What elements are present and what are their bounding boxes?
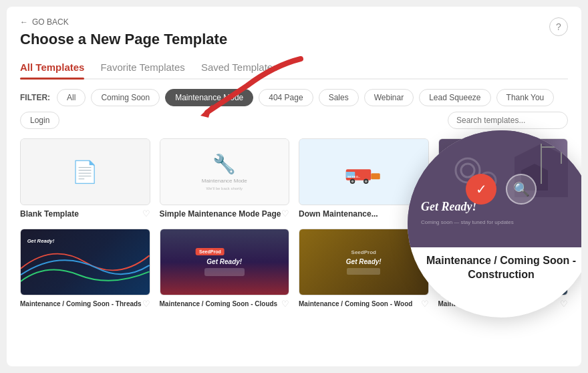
- favorite-icon-partial4[interactable]: ♡: [560, 299, 568, 309]
- svg-point-4: [351, 180, 354, 182]
- template-name-row-threads: Maintenance / Coming Soon - Threads ♡: [20, 299, 150, 309]
- maintenance-thumb-text: Maintenance Mode: [202, 178, 247, 184]
- template-thumb-threads: Get Ready!: [20, 229, 150, 295]
- filter-coming-soon[interactable]: Coming Soon: [91, 89, 160, 106]
- wood-seedprod: SeedProd: [351, 249, 376, 255]
- filter-maintenance-mode[interactable]: Maintenance Mode: [165, 89, 253, 106]
- template-name-threads: Maintenance / Coming Soon - Threads: [20, 300, 142, 307]
- wood-get-ready: Get Ready!: [346, 258, 382, 265]
- wrench-icon: 🔧: [212, 153, 236, 175]
- template-name-simple: Simple Maintenance Mode Page: [160, 209, 281, 219]
- clouds-get-ready: Get Ready!: [206, 258, 242, 265]
- svg-text:Get Ready!: Get Ready!: [27, 238, 55, 244]
- favorite-icon-simple[interactable]: ♡: [281, 209, 289, 219]
- featured-circle-image: Get Ready! Coming soon — stay tuned for …: [408, 130, 581, 247]
- filter-all[interactable]: All: [57, 89, 86, 106]
- search-input[interactable]: [448, 112, 568, 129]
- featured-title: Maintenance / Coming Soon - Construction: [418, 254, 581, 282]
- template-thumb-simple-maintenance: 🔧 Maintenance Mode We'll be back shortly: [160, 138, 290, 205]
- template-name-row-simple: Simple Maintenance Mode Page ♡: [160, 209, 290, 219]
- featured-circle-label: Maintenance / Coming Soon - Construction: [408, 247, 581, 289]
- tab-all-label: All Templates: [20, 61, 84, 73]
- template-name-blank: Blank Template: [20, 209, 79, 219]
- tab-favorite-label: Favorite Templates: [100, 61, 184, 73]
- main-container: ? ← GO BACK Choose a New Page Template A…: [7, 7, 581, 366]
- blank-file-icon: 📄: [71, 159, 98, 184]
- filter-webinar[interactable]: Webinar: [364, 89, 414, 106]
- svg-point-6: [365, 180, 368, 182]
- template-card-clouds[interactable]: SeedProd Get Ready! Maintenance / Coming…: [160, 229, 290, 309]
- featured-select-icon: ✓: [476, 181, 487, 197]
- go-back-label: GO BACK: [32, 17, 69, 27]
- template-card-blank[interactable]: 📄 Blank Template ♡: [20, 138, 150, 223]
- featured-preview-button[interactable]: 🔍: [506, 174, 537, 205]
- favorite-icon-clouds[interactable]: ♡: [281, 299, 289, 309]
- featured-preview-icon: 🔍: [513, 181, 530, 197]
- template-name-row-wood: Maintenance / Coming Soon - Wood ♡: [299, 299, 429, 309]
- template-thumb-blank: 📄: [20, 138, 150, 205]
- filter-404[interactable]: 404 Page: [259, 89, 313, 106]
- threads-svg: Get Ready!: [21, 229, 150, 295]
- filter-row: FILTER: All Coming Soon Maintenance Mode…: [20, 89, 568, 129]
- template-name-clouds: Maintenance / Coming Soon - Clouds: [160, 300, 278, 307]
- clouds-bar: [204, 268, 245, 276]
- favorite-icon-threads[interactable]: ♡: [142, 299, 150, 309]
- filter-label: FILTER:: [20, 93, 50, 102]
- go-back-link[interactable]: ← GO BACK: [20, 17, 568, 27]
- tab-favorite-templates[interactable]: Favorite Templates: [100, 57, 184, 78]
- help-button[interactable]: ?: [549, 17, 568, 36]
- van-svg-icon: WE'RE D...: [343, 158, 384, 185]
- template-thumb-clouds: SeedProd Get Ready!: [160, 229, 290, 295]
- wood-progress: [347, 268, 380, 275]
- maintenance-thumb-subtext: We'll be back shortly: [199, 186, 249, 191]
- favorite-icon-blank[interactable]: ♡: [142, 209, 150, 219]
- template-name-row-clouds: Maintenance / Coming Soon - Clouds ♡: [160, 299, 290, 309]
- tab-saved-label: Saved Templates: [201, 61, 278, 73]
- favorite-icon-wood[interactable]: ♡: [421, 299, 429, 309]
- svg-text:WE'RE D...: WE'RE D...: [347, 176, 360, 178]
- featured-select-button[interactable]: ✓: [466, 174, 496, 205]
- seedprod-badge-clouds: SeedProd: [196, 248, 225, 255]
- featured-action-buttons: ✓ 🔍: [466, 174, 537, 205]
- template-name-down: Down Maintenance...: [299, 209, 378, 219]
- tab-all-templates[interactable]: All Templates: [20, 57, 84, 78]
- svg-rect-7: [372, 173, 381, 179]
- svg-text:Coming soon — stay tuned for u: Coming soon — stay tuned for updates: [421, 219, 514, 225]
- template-card-threads[interactable]: Get Ready! Maintenance / Coming Soon - T…: [20, 229, 150, 309]
- filter-thank-you[interactable]: Thank You: [496, 89, 555, 106]
- filter-login[interactable]: Login: [20, 112, 59, 129]
- tab-saved-templates[interactable]: Saved Templates: [201, 57, 278, 78]
- filter-lead-squeeze[interactable]: Lead Squeeze: [419, 89, 490, 106]
- tab-bar: All Templates Favorite Templates Saved T…: [20, 57, 568, 80]
- help-icon: ?: [556, 21, 561, 32]
- template-name-row-blank: Blank Template ♡: [20, 209, 150, 219]
- back-arrow-icon: ←: [20, 17, 28, 27]
- template-name-wood: Maintenance / Coming Soon - Wood: [299, 300, 412, 307]
- template-card-simple-maintenance[interactable]: 🔧 Maintenance Mode We'll be back shortly…: [160, 138, 290, 223]
- filter-sales[interactable]: Sales: [319, 89, 359, 106]
- page-title: Choose a New Page Template: [20, 31, 568, 48]
